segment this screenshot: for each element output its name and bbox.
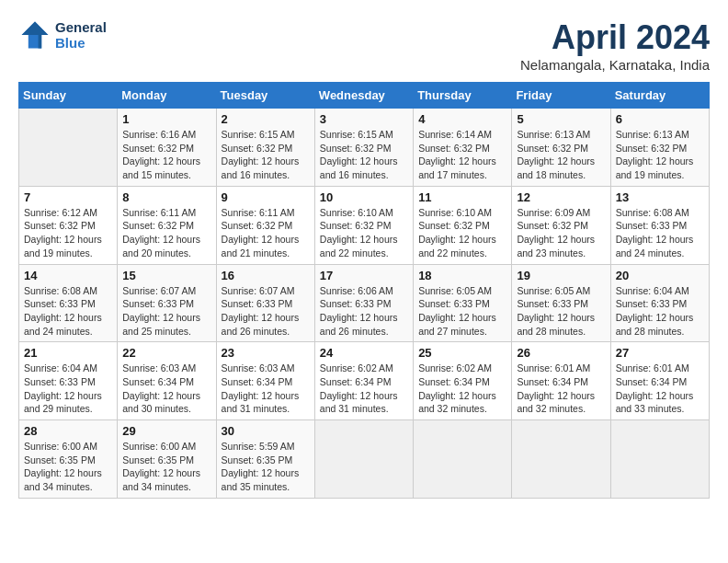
calendar-cell: 24Sunrise: 6:02 AM Sunset: 6:34 PM Dayli…: [314, 342, 413, 420]
calendar-cell: [314, 420, 413, 499]
day-number: 25: [418, 346, 506, 360]
day-info: Sunrise: 6:10 AM Sunset: 6:32 PM Dayligh…: [418, 206, 506, 260]
location: Nelamangala, Karnataka, India: [520, 57, 710, 73]
day-info: Sunrise: 6:08 AM Sunset: 6:33 PM Dayligh…: [616, 206, 704, 260]
day-info: Sunrise: 6:14 AM Sunset: 6:32 PM Dayligh…: [418, 128, 506, 182]
day-info: Sunrise: 6:11 AM Sunset: 6:32 PM Dayligh…: [222, 206, 310, 260]
calendar-cell: 26Sunrise: 6:01 AM Sunset: 6:34 PM Dayli…: [512, 342, 610, 420]
calendar-cell: 8Sunrise: 6:11 AM Sunset: 6:32 PM Daylig…: [118, 186, 216, 264]
calendar-cell: 29Sunrise: 6:00 AM Sunset: 6:35 PM Dayli…: [118, 420, 216, 499]
day-info: Sunrise: 6:07 AM Sunset: 6:33 PM Dayligh…: [122, 284, 210, 339]
calendar-cell: [19, 109, 118, 187]
calendar-cell: 1Sunrise: 6:16 AM Sunset: 6:32 PM Daylig…: [118, 109, 216, 187]
day-number: 9: [222, 190, 310, 204]
day-info: Sunrise: 6:02 AM Sunset: 6:34 PM Dayligh…: [418, 362, 506, 416]
calendar-header: SundayMondayTuesdayWednesdayThursdayFrid…: [19, 83, 710, 109]
day-info: Sunrise: 6:15 AM Sunset: 6:32 PM Dayligh…: [320, 128, 408, 182]
calendar-cell: 17Sunrise: 6:06 AM Sunset: 6:33 PM Dayli…: [314, 264, 413, 342]
calendar-cell: [512, 420, 610, 499]
calendar-table: SundayMondayTuesdayWednesdayThursdayFrid…: [18, 82, 710, 499]
weekday-header-row: SundayMondayTuesdayWednesdayThursdayFrid…: [19, 83, 710, 109]
day-info: Sunrise: 6:05 AM Sunset: 6:33 PM Dayligh…: [418, 284, 506, 339]
weekday-monday: Monday: [118, 83, 216, 109]
day-info: Sunrise: 6:12 AM Sunset: 6:32 PM Dayligh…: [24, 206, 112, 260]
weekday-tuesday: Tuesday: [216, 83, 314, 109]
calendar-cell: 10Sunrise: 6:10 AM Sunset: 6:32 PM Dayli…: [314, 186, 413, 264]
day-number: 17: [320, 269, 408, 282]
calendar-cell: [610, 420, 709, 499]
week-row-3: 14Sunrise: 6:08 AM Sunset: 6:33 PM Dayli…: [19, 264, 710, 342]
day-info: Sunrise: 6:00 AM Sunset: 6:35 PM Dayligh…: [122, 440, 210, 494]
calendar-cell: 23Sunrise: 6:03 AM Sunset: 6:34 PM Dayli…: [216, 342, 314, 420]
calendar-cell: 30Sunrise: 5:59 AM Sunset: 6:35 PM Dayli…: [216, 420, 314, 499]
day-info: Sunrise: 6:03 AM Sunset: 6:34 PM Dayligh…: [222, 362, 310, 416]
day-number: 29: [122, 424, 210, 438]
day-number: 16: [222, 269, 310, 282]
day-number: 30: [222, 424, 310, 438]
weekday-friday: Friday: [512, 83, 610, 109]
day-info: Sunrise: 6:13 AM Sunset: 6:32 PM Dayligh…: [616, 128, 704, 182]
day-info: Sunrise: 6:03 AM Sunset: 6:34 PM Dayligh…: [122, 362, 210, 416]
calendar-cell: 12Sunrise: 6:09 AM Sunset: 6:32 PM Dayli…: [512, 186, 610, 264]
calendar-cell: 7Sunrise: 6:12 AM Sunset: 6:32 PM Daylig…: [19, 186, 118, 264]
day-info: Sunrise: 6:04 AM Sunset: 6:33 PM Dayligh…: [24, 362, 112, 416]
page-header: General Blue April 2024 Nelamangala, Kar…: [18, 18, 710, 73]
calendar-cell: 28Sunrise: 6:00 AM Sunset: 6:35 PM Dayli…: [19, 420, 118, 499]
calendar-cell: 5Sunrise: 6:13 AM Sunset: 6:32 PM Daylig…: [512, 109, 610, 187]
day-number: 10: [320, 190, 408, 204]
calendar-cell: 4Sunrise: 6:14 AM Sunset: 6:32 PM Daylig…: [414, 109, 512, 187]
calendar-cell: 16Sunrise: 6:07 AM Sunset: 6:33 PM Dayli…: [216, 264, 314, 342]
logo: General Blue: [18, 18, 107, 52]
week-row-1: 1Sunrise: 6:16 AM Sunset: 6:32 PM Daylig…: [19, 109, 710, 187]
day-info: Sunrise: 6:02 AM Sunset: 6:34 PM Dayligh…: [320, 362, 408, 416]
calendar-cell: 11Sunrise: 6:10 AM Sunset: 6:32 PM Dayli…: [414, 186, 512, 264]
calendar-body: 1Sunrise: 6:16 AM Sunset: 6:32 PM Daylig…: [19, 109, 710, 499]
month-title: April 2024: [520, 18, 710, 57]
day-number: 11: [418, 190, 506, 204]
day-number: 28: [24, 424, 112, 438]
day-info: Sunrise: 6:10 AM Sunset: 6:32 PM Dayligh…: [320, 206, 408, 260]
day-number: 2: [222, 112, 310, 126]
day-info: Sunrise: 6:00 AM Sunset: 6:35 PM Dayligh…: [24, 440, 112, 494]
logo-icon: [18, 18, 51, 52]
weekday-saturday: Saturday: [610, 83, 709, 109]
weekday-thursday: Thursday: [414, 83, 512, 109]
calendar-cell: 22Sunrise: 6:03 AM Sunset: 6:34 PM Dayli…: [118, 342, 216, 420]
weekday-sunday: Sunday: [19, 83, 118, 109]
logo-text: General Blue: [55, 19, 107, 51]
calendar-cell: 9Sunrise: 6:11 AM Sunset: 6:32 PM Daylig…: [216, 186, 314, 264]
day-info: Sunrise: 6:16 AM Sunset: 6:32 PM Dayligh…: [122, 128, 210, 182]
day-info: Sunrise: 6:01 AM Sunset: 6:34 PM Dayligh…: [517, 362, 605, 416]
day-number: 23: [222, 346, 310, 360]
day-info: Sunrise: 6:15 AM Sunset: 6:32 PM Dayligh…: [222, 128, 310, 182]
day-number: 5: [517, 112, 605, 126]
calendar-cell: 20Sunrise: 6:04 AM Sunset: 6:33 PM Dayli…: [610, 264, 709, 342]
day-info: Sunrise: 6:06 AM Sunset: 6:33 PM Dayligh…: [320, 284, 408, 339]
day-info: Sunrise: 6:11 AM Sunset: 6:32 PM Dayligh…: [122, 206, 210, 260]
day-info: Sunrise: 6:08 AM Sunset: 6:33 PM Dayligh…: [24, 284, 112, 339]
day-number: 20: [616, 269, 704, 282]
calendar-cell: [414, 420, 512, 499]
calendar-cell: 19Sunrise: 6:05 AM Sunset: 6:33 PM Dayli…: [512, 264, 610, 342]
day-info: Sunrise: 6:09 AM Sunset: 6:32 PM Dayligh…: [517, 206, 605, 260]
calendar-cell: 25Sunrise: 6:02 AM Sunset: 6:34 PM Dayli…: [414, 342, 512, 420]
calendar-cell: 18Sunrise: 6:05 AM Sunset: 6:33 PM Dayli…: [414, 264, 512, 342]
day-number: 21: [24, 346, 112, 360]
day-number: 12: [517, 190, 605, 204]
day-info: Sunrise: 6:01 AM Sunset: 6:34 PM Dayligh…: [616, 362, 704, 416]
day-number: 1: [122, 112, 210, 126]
day-number: 4: [418, 112, 506, 126]
calendar-cell: 2Sunrise: 6:15 AM Sunset: 6:32 PM Daylig…: [216, 109, 314, 187]
day-number: 14: [24, 269, 112, 282]
day-info: Sunrise: 5:59 AM Sunset: 6:35 PM Dayligh…: [222, 440, 310, 494]
calendar-cell: 21Sunrise: 6:04 AM Sunset: 6:33 PM Dayli…: [19, 342, 118, 420]
weekday-wednesday: Wednesday: [314, 83, 413, 109]
calendar-cell: 6Sunrise: 6:13 AM Sunset: 6:32 PM Daylig…: [610, 109, 709, 187]
day-number: 18: [418, 269, 506, 282]
day-number: 3: [320, 112, 408, 126]
day-info: Sunrise: 6:07 AM Sunset: 6:33 PM Dayligh…: [222, 284, 310, 339]
calendar-cell: 27Sunrise: 6:01 AM Sunset: 6:34 PM Dayli…: [610, 342, 709, 420]
week-row-4: 21Sunrise: 6:04 AM Sunset: 6:33 PM Dayli…: [19, 342, 710, 420]
week-row-5: 28Sunrise: 6:00 AM Sunset: 6:35 PM Dayli…: [19, 420, 710, 499]
calendar-cell: 14Sunrise: 6:08 AM Sunset: 6:33 PM Dayli…: [19, 264, 118, 342]
